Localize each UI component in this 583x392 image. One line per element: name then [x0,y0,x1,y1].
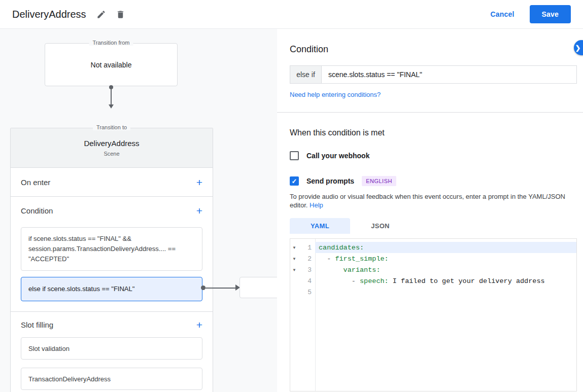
prompt-description: To provide audio or visual feedback when… [290,192,573,209]
fold-arrow-icon[interactable]: ▼ [290,257,298,261]
main-area: Transition from Not available Transition… [0,29,583,392]
code-line-5: 5 [290,287,576,298]
scene-editor-app: DeliveryAddress Cancel Save Transition f… [0,0,583,392]
top-bar: DeliveryAddress Cancel Save [0,0,583,29]
edit-name-button[interactable] [95,8,108,20]
condition-prefix-label: else if [290,65,322,84]
panel-title: Condition [290,44,577,55]
scene-card-header[interactable]: DeliveryAddress Scene [11,128,213,168]
line-number: 1 [298,244,315,252]
yaml-indent [319,266,344,274]
condition-item-else-if-selected[interactable]: else if scene.slots.status == "FINAL" [21,277,202,301]
yaml-indent [319,277,352,285]
transition-to-label: Transition to [93,124,130,130]
fold-arrow-icon[interactable]: ▼ [290,268,298,272]
prompt-description-text: To provide audio or visual feedback when… [290,193,565,209]
language-badge: ENGLISH [362,176,396,186]
yaml-key: variants: [344,266,381,274]
slot-filling-section-header: Slot filling + [11,312,213,337]
help-link[interactable]: Help [310,201,323,209]
transition-arrow-down [107,85,116,109]
call-webhook-checkbox[interactable] [290,151,299,160]
condition-section-label: Condition [21,206,53,215]
yaml-value: I failed to get your delivery address [389,277,545,285]
transition-from-value: Not available [91,61,132,69]
scene-flow-canvas: Transition from Not available Transition… [0,29,277,392]
send-prompts-row: ✓ Send prompts ENGLISH [290,176,577,186]
add-slot-button[interactable]: + [196,319,202,330]
condition-editor-panel: ❯ Condition else if Need help entering c… [277,29,583,392]
call-webhook-row: Call your webhook [290,151,577,160]
condition-help-link[interactable]: Need help entering conditions? [290,91,381,98]
line-number: 3 [298,266,315,274]
line-number: 5 [298,289,315,296]
pencil-icon [96,10,106,19]
cancel-button[interactable]: Cancel [490,10,514,18]
call-webhook-label: Call your webhook [306,152,369,160]
yaml-dash: - [327,255,335,263]
slot-transaction-item[interactable]: TransactionDeliveryAddress [21,368,202,390]
send-prompts-checkbox[interactable]: ✓ [290,176,299,186]
add-condition-button[interactable]: + [196,205,202,216]
code-line-2: ▼ 2 - first_simple: [290,253,576,264]
tab-yaml[interactable]: YAML [290,218,350,234]
code-line-3: ▼ 3 variants: [290,264,576,275]
code-line-1: ▼ 1 candidates: [290,242,576,253]
condition-target-node[interactable] [239,277,277,298]
scene-name: DeliveryAddress [84,139,139,148]
slot-filling-section: Slot filling + Slot validation Transacti… [11,312,213,390]
send-prompts-label: Send prompts [306,177,354,185]
condition-connector-dot [201,286,205,290]
check-icon: ✓ [292,177,297,185]
transition-from-label: Transition from [89,40,133,46]
on-enter-section[interactable]: On enter + [11,168,213,197]
save-button[interactable]: Save [530,5,571,23]
code-text[interactable]: - first_simple: [315,253,576,264]
yaml-dash: - [352,277,360,285]
scene-type-label: Scene [104,151,119,157]
code-text[interactable] [315,287,576,298]
slot-filling-label: Slot filling [21,320,53,329]
condition-section: Condition + if scene.slots.status == "FI… [11,197,213,312]
yaml-code-editor[interactable]: ▼ 1 candidates: ▼ 2 - first_simple: ▼ 3 … [290,238,577,391]
condition-item-if[interactable]: if scene.slots.status == "FINAL" && sess… [21,227,202,271]
add-on-enter-button[interactable]: + [196,177,202,188]
condition-expression-input[interactable] [322,65,577,84]
condition-connector-line [205,288,236,289]
scene-node-card: Transition to DeliveryAddress Scene On e… [10,128,213,392]
yaml-indent [319,255,327,263]
arrow-line [111,89,112,105]
yaml-key: speech: [360,277,389,285]
chevron-right-icon: ❯ [575,44,581,52]
tab-json[interactable]: JSON [350,218,410,234]
delete-scene-button[interactable] [115,8,127,20]
on-enter-label: On enter [21,178,50,187]
code-text[interactable]: variants: [315,264,576,275]
condition-section-header: Condition + [11,197,213,224]
trash-icon [116,10,125,19]
page-title: DeliveryAddress [12,9,86,20]
when-condition-met-title: When this condition is met [290,128,577,137]
slot-validation-item[interactable]: Slot validation [21,337,202,360]
transition-from-node: Transition from Not available [45,43,178,86]
arrow-start-dot [109,85,113,89]
code-text[interactable]: - speech: I failed to get your delivery … [315,275,576,287]
line-number: 2 [298,255,315,263]
fold-arrow-icon[interactable]: ▼ [290,245,298,250]
code-line-4: 4 - speech: I failed to get your deliver… [290,275,576,287]
yaml-key: first_simple: [335,255,388,263]
line-number: 4 [298,277,315,285]
yaml-key: candidates: [319,244,364,252]
editor-format-tabs: YAML JSON [290,218,577,234]
condition-expression-row: else if [290,65,577,84]
code-text[interactable]: candidates: [315,242,576,253]
arrow-head-down-icon [109,104,114,109]
panel-divider [277,112,583,113]
